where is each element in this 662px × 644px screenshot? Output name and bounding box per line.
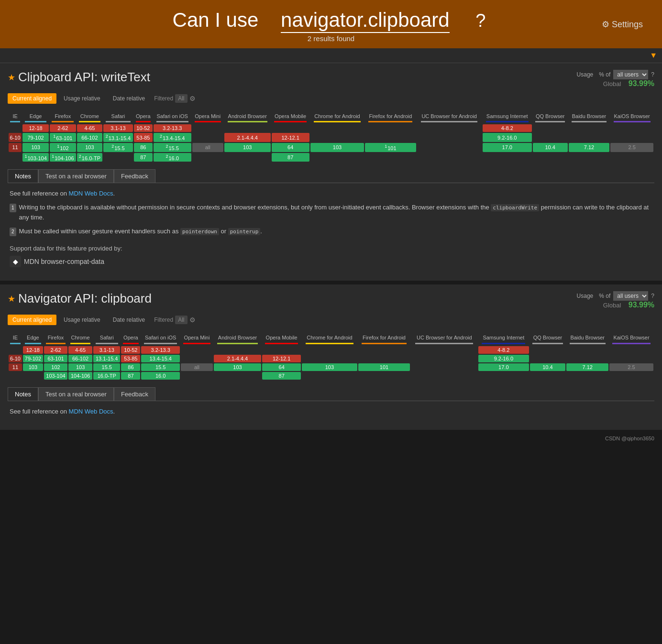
cell-kaios[interactable] bbox=[609, 372, 653, 380]
cell-opera_mobile[interactable]: 64 bbox=[272, 143, 309, 152]
cell-firefox_android[interactable] bbox=[365, 153, 416, 162]
cell-safari[interactable]: 13.1-15.4 bbox=[93, 355, 120, 362]
cell-firefox[interactable]: 103-104 bbox=[44, 372, 67, 380]
cell-ie[interactable] bbox=[9, 372, 22, 380]
cell-firefox_android[interactable] bbox=[365, 133, 416, 142]
cell-edge[interactable]: 12-18 bbox=[23, 346, 43, 354]
notes-tab-notes-2[interactable]: Notes bbox=[8, 387, 38, 401]
cell-safari[interactable]: 215.5 bbox=[103, 143, 133, 152]
cell-opera[interactable]: 53-85 bbox=[121, 355, 140, 362]
notes-tab-feedback-2[interactable]: Feedback bbox=[114, 387, 155, 401]
cell-ie[interactable]: 6-10 bbox=[9, 355, 22, 362]
cell-chrome[interactable]: 104-106 bbox=[68, 372, 92, 380]
cell-samsung[interactable]: 17.0 bbox=[478, 363, 529, 371]
gear-btn-2[interactable]: ⚙ bbox=[189, 316, 196, 324]
all-label-2[interactable]: All bbox=[175, 316, 187, 324]
cell-firefox[interactable]: 2-62 bbox=[44, 346, 67, 354]
settings-area[interactable]: ⚙ Settings bbox=[602, 19, 643, 30]
cell-chrome[interactable]: 103 bbox=[77, 143, 102, 152]
cell-android[interactable] bbox=[224, 124, 271, 132]
cell-safari[interactable] bbox=[103, 153, 133, 162]
cell-safari_ios[interactable]: 13.4-15.4 bbox=[141, 355, 180, 362]
cell-chrome_android[interactable]: 103 bbox=[310, 143, 364, 152]
cell-firefox_android[interactable] bbox=[358, 346, 410, 354]
cell-ie[interactable] bbox=[9, 346, 22, 354]
cell-kaios[interactable]: 2.5 bbox=[610, 143, 653, 152]
notes-ref-link-1[interactable]: MDN Web Docs bbox=[69, 190, 113, 197]
cell-qq[interactable]: 10.4 bbox=[530, 363, 566, 371]
cell-kaios[interactable]: 2.5 bbox=[609, 363, 653, 371]
cell-opera[interactable]: 86 bbox=[121, 363, 140, 371]
cell-android[interactable] bbox=[214, 372, 261, 380]
question-mark[interactable]: ? bbox=[475, 11, 485, 31]
cell-baidu[interactable] bbox=[569, 153, 610, 162]
cell-safari_ios[interactable]: 3.2-13.3 bbox=[141, 346, 180, 354]
cell-firefox_android[interactable] bbox=[358, 355, 410, 362]
cell-edge[interactable]: 103 bbox=[23, 363, 43, 371]
cell-opera[interactable]: 10-52 bbox=[121, 346, 140, 354]
cell-opera_mobile[interactable]: 12-12.1 bbox=[262, 355, 301, 362]
cell-baidu[interactable] bbox=[566, 346, 608, 354]
cell-opera_mini[interactable] bbox=[192, 133, 223, 142]
cell-chrome_android[interactable] bbox=[302, 355, 357, 362]
cell-firefox[interactable]: 102 bbox=[44, 363, 67, 371]
tab-date-relative-2[interactable]: Date relative bbox=[108, 314, 150, 326]
cell-chrome[interactable]: 4-65 bbox=[68, 346, 92, 354]
notes-ref-link-2[interactable]: MDN Web Docs bbox=[69, 408, 113, 415]
cell-uc[interactable] bbox=[411, 363, 477, 371]
cell-qq[interactable] bbox=[530, 355, 566, 362]
cell-chrome[interactable]: 103 bbox=[68, 363, 92, 371]
notes-tab-test-1[interactable]: Test on a real browser bbox=[38, 169, 114, 183]
cell-qq[interactable]: 10.4 bbox=[533, 143, 568, 152]
cell-opera_mobile[interactable] bbox=[262, 346, 301, 354]
cell-chrome_android[interactable] bbox=[302, 346, 357, 354]
cell-chrome_android[interactable] bbox=[302, 372, 357, 380]
cell-opera[interactable]: 10-52 bbox=[134, 124, 153, 132]
star-icon-1[interactable]: ★ bbox=[8, 72, 15, 83]
cell-kaios[interactable] bbox=[610, 133, 653, 142]
cell-android[interactable]: 103 bbox=[224, 143, 271, 152]
cell-ie[interactable]: 11 bbox=[9, 363, 22, 371]
cell-opera_mobile[interactable] bbox=[272, 124, 309, 132]
cell-chrome_android[interactable] bbox=[310, 124, 364, 132]
cell-firefox_android[interactable] bbox=[358, 372, 410, 380]
cell-chrome_android[interactable]: 103 bbox=[302, 363, 357, 371]
cell-edge[interactable]: 79-102 bbox=[22, 133, 49, 142]
cell-uc[interactable] bbox=[411, 372, 477, 380]
cell-opera[interactable]: 86 bbox=[134, 143, 153, 152]
cell-samsung[interactable] bbox=[478, 372, 529, 380]
cell-opera[interactable]: 87 bbox=[134, 153, 153, 162]
cell-opera[interactable]: 53-85 bbox=[134, 133, 153, 142]
cell-opera_mini[interactable] bbox=[181, 372, 213, 380]
cell-edge[interactable]: 103 bbox=[22, 143, 49, 152]
cell-ie[interactable] bbox=[9, 124, 22, 132]
usage-help-icon-1[interactable]: ? bbox=[651, 71, 654, 78]
cell-baidu[interactable]: 7.12 bbox=[569, 143, 610, 152]
cell-opera_mini[interactable] bbox=[181, 346, 213, 354]
cell-chrome_android[interactable] bbox=[310, 153, 364, 162]
cell-ie[interactable]: 11 bbox=[9, 143, 22, 152]
cell-chrome[interactable]: 216.0-TP bbox=[77, 153, 102, 162]
cell-safari[interactable]: 3.1-13 bbox=[103, 124, 133, 132]
cell-opera_mini[interactable] bbox=[192, 153, 223, 162]
tab-usage-relative-1[interactable]: Usage relative bbox=[58, 93, 106, 104]
cell-android[interactable] bbox=[224, 153, 271, 162]
cell-uc[interactable] bbox=[417, 133, 482, 142]
cell-firefox[interactable]: 1102 bbox=[50, 143, 76, 152]
cell-android[interactable]: 2.1-4.4.4 bbox=[214, 355, 261, 362]
cell-safari_ios[interactable]: 3.2-13.3 bbox=[154, 124, 191, 132]
cell-uc[interactable] bbox=[417, 143, 482, 152]
cell-samsung[interactable] bbox=[483, 153, 532, 162]
cell-firefox[interactable]: 1104-106 bbox=[50, 153, 76, 162]
cell-firefox_android[interactable]: 1101 bbox=[365, 143, 416, 152]
cell-ie[interactable]: 6-10 bbox=[9, 133, 22, 142]
cell-baidu[interactable] bbox=[569, 133, 610, 142]
cell-edge[interactable]: 79-102 bbox=[23, 355, 43, 362]
cell-qq[interactable] bbox=[530, 372, 566, 380]
cell-opera_mobile[interactable]: 12-12.1 bbox=[272, 133, 309, 142]
cell-edge[interactable] bbox=[23, 372, 43, 380]
cell-firefox_android[interactable] bbox=[365, 124, 416, 132]
cell-edge[interactable]: 12-18 bbox=[22, 124, 49, 132]
cell-opera_mini[interactable] bbox=[181, 355, 213, 362]
cell-baidu[interactable] bbox=[569, 124, 610, 132]
